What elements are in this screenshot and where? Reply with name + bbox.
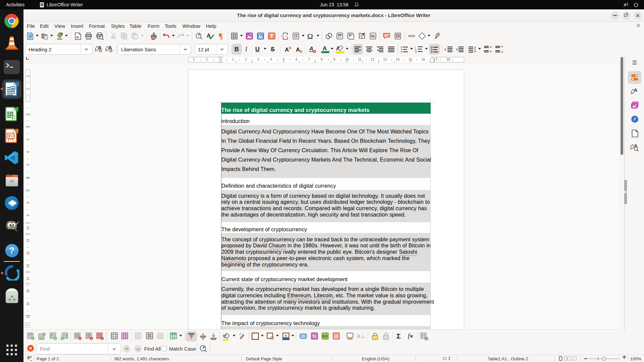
svg-text:II: II: [415, 48, 416, 51]
svg-text:I: I: [415, 46, 416, 48]
svg-text:%: %: [312, 334, 316, 339]
svg-text:0.0: 0.0: [322, 334, 327, 338]
svg-text:A: A: [309, 46, 313, 52]
svg-text:A: A: [323, 45, 327, 52]
svg-text:1: 1: [338, 36, 339, 38]
svg-text:@: @: [334, 334, 339, 339]
svg-text:III: III: [415, 51, 417, 53]
svg-text:A: A: [357, 333, 361, 340]
svg-text:?: ?: [9, 245, 14, 255]
svg-text:Ω: Ω: [307, 33, 313, 40]
